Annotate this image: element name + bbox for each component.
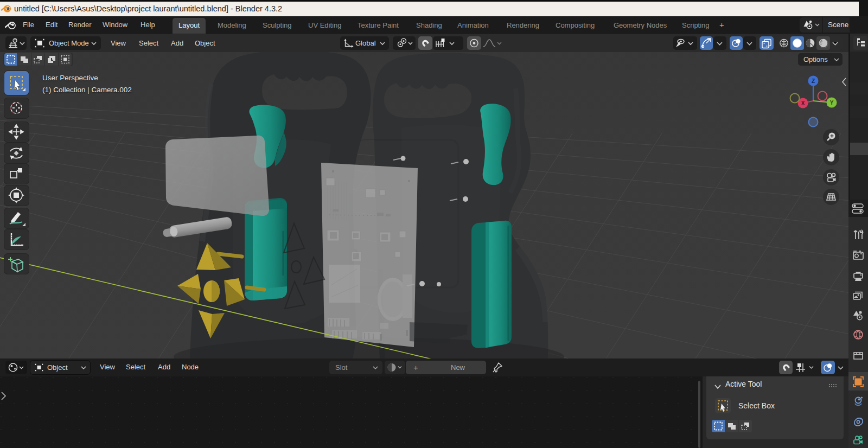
svg-text:Z: Z: [812, 78, 815, 84]
svg-text:Y: Y: [830, 100, 834, 106]
svg-text:X: X: [801, 100, 805, 106]
